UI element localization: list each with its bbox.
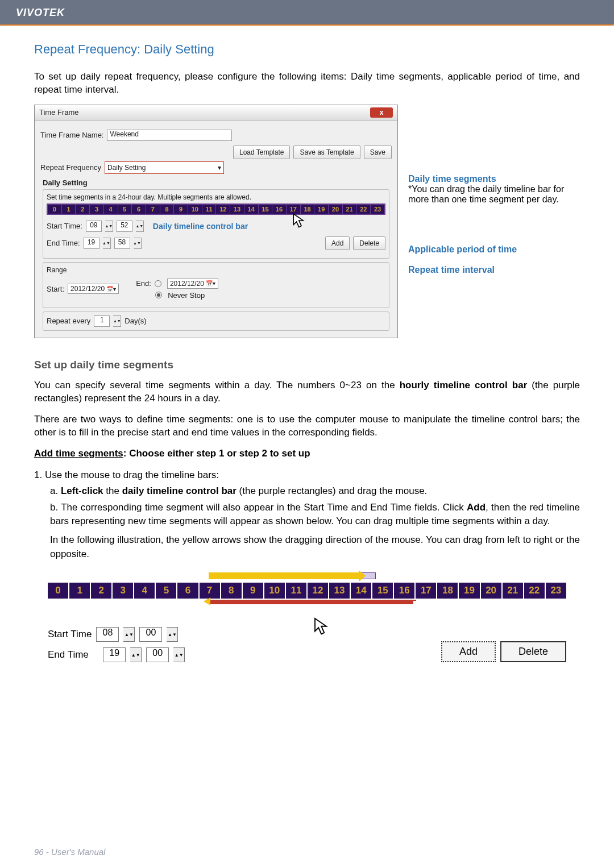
spinner-arrows-icon[interactable]: ▲▼ — [113, 315, 121, 327]
repeat-value-input[interactable]: 1 — [94, 315, 110, 327]
hour-cell-5[interactable]: 5 — [118, 205, 132, 214]
big-timeline-bar[interactable]: 01234567891011121314151617181920212223 — [48, 583, 566, 599]
save-as-template-button[interactable]: Save as Template — [293, 146, 360, 159]
big-delete-button[interactable]: Delete — [500, 641, 566, 662]
dialog-body: Time Frame Name: Weekend Load Template S… — [35, 121, 397, 338]
load-template-button[interactable]: Load Template — [233, 146, 291, 159]
hour-cell-20[interactable]: 20 — [329, 205, 342, 214]
hour-cell-14[interactable]: 14 — [244, 205, 258, 214]
section-title: Repeat Frequency: Daily Setting — [34, 42, 580, 57]
hour-cell-22[interactable]: 22 — [356, 205, 370, 214]
end-minute-input[interactable]: 58 — [114, 238, 130, 249]
hour-cell-23[interactable]: 23 — [371, 205, 384, 214]
add-segment-button[interactable]: Add — [325, 236, 350, 250]
big-start-minute-input[interactable]: 00 — [139, 627, 162, 642]
big-end-minute-input[interactable]: 00 — [146, 647, 169, 662]
hour-cell-2[interactable]: 2 — [76, 205, 89, 214]
hour-cell-13[interactable]: 13 — [230, 205, 244, 214]
close-icon[interactable]: x — [370, 107, 393, 118]
big-hour-cell-11[interactable]: 11 — [286, 583, 306, 599]
big-end-hour-input[interactable]: 19 — [103, 647, 126, 662]
hour-cell-21[interactable]: 21 — [343, 205, 356, 214]
big-hour-cell-18[interactable]: 18 — [437, 583, 458, 599]
big-hour-cell-21[interactable]: 21 — [503, 583, 523, 599]
start-hour-input[interactable]: 09 — [86, 221, 102, 232]
spinner-arrows-icon[interactable]: ▲▼ — [130, 647, 142, 662]
time-frame-dialog: Time Frame x Time Frame Name: Weekend Lo… — [34, 105, 398, 338]
big-timeline-figure: 01234567891011121314151617181920212223 S… — [48, 572, 566, 668]
hour-cell-1[interactable]: 1 — [62, 205, 76, 214]
big-hour-cell-10[interactable]: 10 — [264, 583, 285, 599]
big-start-label: Start Time — [48, 629, 92, 640]
daily-timeline-bar[interactable]: 01234567891011121314151617181920212223 — [47, 203, 385, 215]
step-1b: b. The corresponding time segment will a… — [50, 501, 580, 529]
hour-cell-16[interactable]: 16 — [272, 205, 286, 214]
big-add-button[interactable]: Add — [441, 641, 496, 662]
hour-cell-15[interactable]: 15 — [259, 205, 272, 214]
annotations-column: Daily time segments *You can drag the da… — [408, 105, 579, 275]
hour-cell-3[interactable]: 3 — [90, 205, 103, 214]
range-start-date-picker[interactable]: 2012/12/20 📅▾ — [68, 284, 119, 294]
spinner-arrows-icon[interactable]: ▲▼ — [173, 647, 185, 662]
spinner-arrows-icon[interactable]: ▲▼ — [167, 627, 178, 642]
big-hour-cell-20[interactable]: 20 — [481, 583, 501, 599]
dropdown-value: Daily Setting — [107, 164, 146, 172]
big-hour-cell-1[interactable]: 1 — [69, 583, 90, 599]
repeat-every-label: Repeat every — [47, 317, 90, 325]
page-number: 96 — [34, 847, 44, 857]
repeat-frequency-dropdown[interactable]: Daily Setting ▾ — [105, 161, 224, 174]
big-hour-cell-14[interactable]: 14 — [351, 583, 371, 599]
big-hour-cell-13[interactable]: 13 — [329, 583, 350, 599]
big-hour-cell-7[interactable]: 7 — [200, 583, 220, 599]
spinner-arrows-icon[interactable]: ▲▼ — [134, 238, 142, 249]
hour-cell-0[interactable]: 0 — [48, 205, 61, 214]
big-hour-cell-0[interactable]: 0 — [48, 583, 68, 599]
hour-cell-11[interactable]: 11 — [202, 205, 216, 214]
annotation-title: Applicable period of time — [408, 244, 517, 254]
range-start-date: 2012/12/20 — [70, 285, 105, 293]
big-hour-cell-8[interactable]: 8 — [221, 583, 242, 599]
end-hour-input[interactable]: 19 — [84, 238, 99, 249]
big-hour-cell-12[interactable]: 12 — [308, 583, 328, 599]
never-stop-radio[interactable] — [155, 292, 162, 298]
end-date-radio[interactable] — [155, 280, 161, 287]
paragraph-hourly-bar: You can specify several time segments wi… — [34, 379, 580, 405]
end-time-label: End Time: — [47, 239, 80, 247]
big-hour-cell-4[interactable]: 4 — [134, 583, 155, 599]
time-frame-name-input[interactable]: Weekend — [107, 130, 232, 141]
hour-cell-12[interactable]: 12 — [216, 205, 230, 214]
big-hour-cell-19[interactable]: 19 — [459, 583, 479, 599]
hour-cell-19[interactable]: 19 — [314, 205, 328, 214]
hour-cell-4[interactable]: 4 — [104, 205, 118, 214]
spinner-arrows-icon[interactable]: ▲▼ — [123, 627, 135, 642]
big-hour-cell-17[interactable]: 17 — [416, 583, 436, 599]
spinner-arrows-icon[interactable]: ▲▼ — [103, 238, 111, 249]
save-button[interactable]: Save — [364, 146, 392, 159]
big-hour-cell-16[interactable]: 16 — [394, 583, 414, 599]
hour-cell-6[interactable]: 6 — [132, 205, 146, 214]
big-start-hour-input[interactable]: 08 — [96, 627, 119, 642]
big-hour-cell-3[interactable]: 3 — [113, 583, 133, 599]
big-hour-cell-5[interactable]: 5 — [156, 583, 176, 599]
hour-cell-7[interactable]: 7 — [146, 205, 160, 214]
step-1: 1. Use the mouse to drag the timeline ba… — [34, 468, 580, 483]
big-hour-cell-15[interactable]: 15 — [372, 583, 393, 599]
hour-cell-8[interactable]: 8 — [160, 205, 174, 214]
yellow-arrow-left-icon — [204, 597, 210, 605]
big-hour-cell-9[interactable]: 9 — [243, 583, 263, 599]
spinner-arrows-icon[interactable]: ▲▼ — [105, 221, 113, 232]
start-minute-input[interactable]: 52 — [117, 221, 132, 232]
annotation-body: *You can drag the daily timeline bar for… — [408, 184, 564, 204]
repeat-unit-label: Day(s) — [125, 317, 146, 325]
big-hour-cell-2[interactable]: 2 — [91, 583, 111, 599]
range-end-date-picker[interactable]: 2012/12/20 📅▾ — [167, 279, 218, 289]
hour-cell-9[interactable]: 9 — [174, 205, 188, 214]
delete-segment-button[interactable]: Delete — [353, 236, 385, 250]
hour-cell-10[interactable]: 10 — [188, 205, 202, 214]
brand-name: VIVOTEK — [16, 7, 65, 18]
spinner-arrows-icon[interactable]: ▲▼ — [136, 221, 144, 232]
cursor-icon — [312, 616, 335, 638]
big-hour-cell-23[interactable]: 23 — [546, 583, 566, 599]
big-hour-cell-6[interactable]: 6 — [177, 583, 198, 599]
big-hour-cell-22[interactable]: 22 — [524, 583, 545, 599]
